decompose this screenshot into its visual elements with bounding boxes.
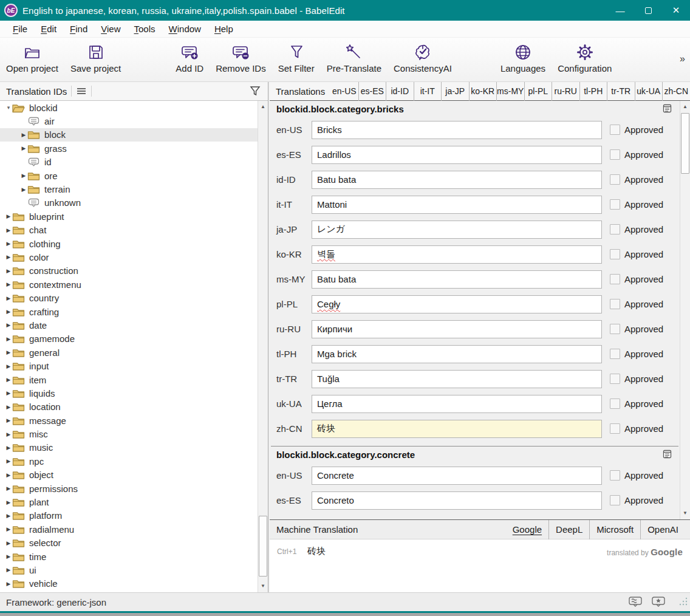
- approved-checkbox[interactable]: [610, 274, 620, 284]
- collapsed-arrow-icon[interactable]: ▶: [5, 445, 12, 451]
- pre-translate-button[interactable]: Pre-Translate: [321, 38, 388, 81]
- approved-checkbox[interactable]: [610, 125, 620, 135]
- open-project-button[interactable]: Open project: [0, 38, 64, 81]
- configuration-button[interactable]: Configuration: [552, 38, 618, 81]
- collapsed-arrow-icon[interactable]: ▶: [5, 377, 12, 383]
- collapsed-arrow-icon[interactable]: ▶: [5, 540, 12, 546]
- lang-tab-ko-KR[interactable]: ko-KR: [469, 82, 497, 101]
- tree-item-object[interactable]: ▶object: [0, 468, 258, 482]
- collapsed-arrow-icon[interactable]: ▶: [20, 132, 27, 138]
- lang-tab-en-US[interactable]: en-US: [330, 82, 358, 101]
- tree-item-general[interactable]: ▶general: [0, 346, 258, 359]
- collapsed-arrow-icon[interactable]: ▶: [20, 173, 27, 179]
- collapsed-arrow-icon[interactable]: ▶: [5, 458, 12, 464]
- collapsed-arrow-icon[interactable]: ▶: [5, 404, 12, 410]
- tree-item-grass[interactable]: ▶grass: [0, 142, 258, 155]
- tree-item-color[interactable]: ▶color: [0, 250, 258, 264]
- collapsed-arrow-icon[interactable]: ▶: [5, 390, 12, 396]
- collapsed-arrow-icon[interactable]: ▶: [5, 567, 12, 573]
- tree-item-chat[interactable]: ▶chat: [0, 224, 258, 237]
- scroll-down-icon[interactable]: ▼: [258, 581, 268, 591]
- collapsed-arrow-icon[interactable]: ▶: [5, 295, 12, 301]
- scroll-up-icon[interactable]: ▲: [258, 102, 268, 112]
- lang-tab-es-ES[interactable]: es-ES: [358, 82, 386, 101]
- approved-checkbox[interactable]: [610, 224, 620, 234]
- collapsed-arrow-icon[interactable]: ▶: [5, 268, 12, 274]
- collapsed-arrow-icon[interactable]: ▶: [20, 145, 27, 151]
- collapsed-arrow-icon[interactable]: ▶: [5, 417, 12, 423]
- translation-input-en-US[interactable]: Bricks: [312, 121, 602, 139]
- approved-toggle-id-ID[interactable]: Approved: [602, 174, 680, 185]
- approved-toggle-en-US[interactable]: Approved: [602, 125, 680, 135]
- approved-toggle-tr-TR[interactable]: Approved: [602, 374, 680, 384]
- tree-item-air[interactable]: air: [0, 114, 258, 128]
- approved-toggle-ms-MY[interactable]: Approved: [602, 274, 680, 284]
- resize-grip[interactable]: [678, 596, 689, 607]
- tree-item-unknown[interactable]: unknown: [0, 196, 258, 210]
- provider-tab-deepl[interactable]: DeepL: [548, 520, 589, 539]
- translations-scrollbar-thumb[interactable]: [681, 113, 689, 174]
- collapsed-arrow-icon[interactable]: ▶: [5, 336, 12, 342]
- translation-input-it-IT[interactable]: Mattoni: [312, 196, 602, 214]
- approved-checkbox[interactable]: [610, 149, 620, 160]
- lang-tab-ja-JP[interactable]: ja-JP: [441, 82, 469, 101]
- provider-tab-openai[interactable]: OpenAI: [640, 520, 685, 539]
- lang-tab-pl-PL[interactable]: pl-PL: [524, 82, 552, 101]
- menu-window[interactable]: Window: [162, 22, 208, 36]
- menu-icon[interactable]: [76, 87, 87, 95]
- tree-item-vehicle[interactable]: ▶vehicle: [0, 577, 258, 590]
- translation-input-pl-PL[interactable]: Cegły: [312, 295, 602, 313]
- collapsed-arrow-icon[interactable]: ▶: [5, 363, 12, 369]
- tree-item-construction[interactable]: ▶construction: [0, 264, 258, 278]
- feedback-icon[interactable]: [628, 596, 643, 608]
- close-button[interactable]: ✕: [662, 0, 690, 21]
- translation-input-ko-KR[interactable]: 벽돌: [312, 245, 602, 264]
- tree-item-item[interactable]: ▶item: [0, 373, 258, 386]
- translation-input-tl-PH[interactable]: Mga brick: [312, 345, 602, 363]
- tree-item-radialmenu[interactable]: ▶radialmenu: [0, 522, 258, 536]
- lang-tab-ru-RU[interactable]: ru-RU: [552, 82, 579, 101]
- approved-checkbox[interactable]: [610, 399, 620, 409]
- provider-tab-google[interactable]: Google: [506, 520, 548, 539]
- collapsed-arrow-icon[interactable]: ▶: [5, 499, 12, 505]
- approved-checkbox[interactable]: [610, 174, 620, 185]
- lang-tab-it-IT[interactable]: it-IT: [414, 82, 442, 101]
- collapsed-arrow-icon[interactable]: ▶: [5, 431, 12, 437]
- lang-tab-tl-PH[interactable]: tl-PH: [579, 82, 607, 101]
- approved-checkbox[interactable]: [610, 324, 620, 334]
- approved-toggle-zh-CN[interactable]: Approved: [602, 423, 680, 434]
- tree-scrollbar-thumb[interactable]: [259, 516, 267, 577]
- tree-item-blueprint[interactable]: ▶blueprint: [0, 210, 258, 223]
- tree-item-contextmenu[interactable]: ▶contextmenu: [0, 278, 258, 291]
- collapsed-arrow-icon[interactable]: ▶: [5, 227, 12, 233]
- translation-input-id-ID[interactable]: Batu bata: [312, 171, 602, 189]
- approved-toggle-ru-RU[interactable]: Approved: [602, 324, 680, 334]
- approved-toggle-ko-KR[interactable]: Approved: [602, 249, 680, 259]
- tree-item-block[interactable]: ▶block: [0, 128, 258, 142]
- tree-item-selector[interactable]: ▶selector: [0, 536, 258, 550]
- approved-checkbox[interactable]: [610, 423, 620, 434]
- lang-tab-id-ID[interactable]: id-ID: [386, 82, 414, 101]
- tree-item-message[interactable]: ▶message: [0, 414, 258, 427]
- tree-item-terrain[interactable]: ▶terrain: [0, 182, 258, 196]
- approved-checkbox[interactable]: [610, 495, 620, 505]
- collapsed-arrow-icon[interactable]: ▶: [5, 241, 12, 247]
- entry-notes-icon[interactable]: [662, 449, 672, 461]
- collapsed-arrow-icon[interactable]: ▶: [5, 485, 12, 491]
- tree-item-blockid[interactable]: ▾blockid: [0, 101, 258, 114]
- collapsed-arrow-icon[interactable]: ▶: [5, 213, 12, 219]
- approved-checkbox[interactable]: [610, 470, 620, 481]
- menu-file[interactable]: File: [6, 22, 34, 36]
- save-project-button[interactable]: Save project: [64, 38, 127, 81]
- set-filter-button[interactable]: Set Filter: [272, 38, 321, 81]
- tree-item-location[interactable]: ▶location: [0, 400, 258, 414]
- lang-tab-zh-CN[interactable]: zh-CN: [662, 82, 690, 101]
- languages-button[interactable]: Languages: [494, 38, 552, 81]
- collapsed-arrow-icon[interactable]: ▶: [5, 472, 12, 478]
- tree-item-country[interactable]: ▶country: [0, 291, 258, 304]
- provider-tab-microsoft[interactable]: Microsoft: [589, 520, 640, 539]
- approved-toggle-es-ES[interactable]: Approved: [602, 495, 680, 505]
- translation-input-en-US[interactable]: Concrete: [312, 467, 602, 485]
- tree-item-crafting[interactable]: ▶crafting: [0, 305, 258, 318]
- tree-item-plant[interactable]: ▶plant: [0, 495, 258, 508]
